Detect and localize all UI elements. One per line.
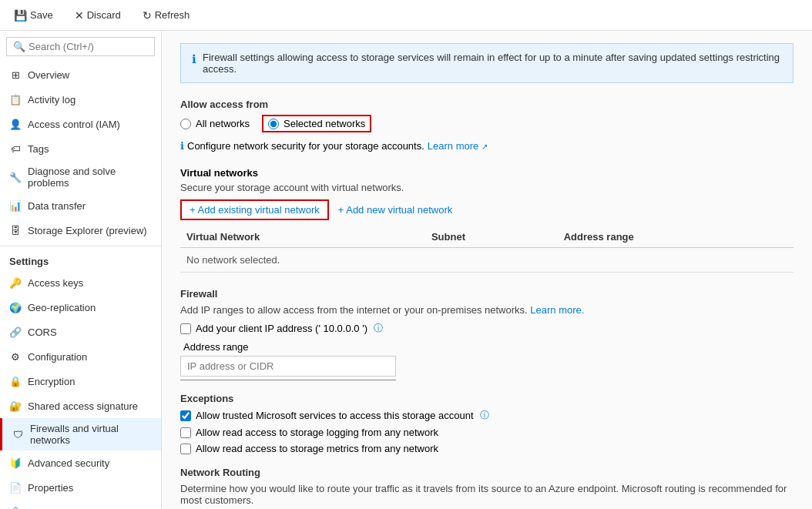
sidebar-item-label: Firewalls and virtual networks (30, 423, 152, 446)
sidebar-item-label: Geo-replication (28, 302, 96, 313)
activity-log-icon: 📋 (9, 93, 22, 105)
exception-3-checkbox[interactable] (180, 444, 191, 454)
vnet-table: Virtual Network Subnet Address range No … (180, 226, 794, 273)
client-ip-checkbox-row: Add your client IP address (' 10.0.0.0 '… (180, 322, 794, 335)
client-ip-label: Add your client IP address (' 10.0.0.0 '… (196, 323, 367, 334)
client-ip-info-icon[interactable]: ⓘ (374, 322, 383, 335)
data-transfer-icon: 📊 (9, 199, 22, 212)
firewalls-icon: 🛡 (12, 428, 24, 440)
routing-section: Network Routing Determine how you would … (180, 467, 794, 509)
sidebar-item-label: Access keys (28, 277, 83, 289)
info-icon: ℹ (192, 52, 196, 66)
firewall-learn-more-link[interactable]: Learn more. (530, 304, 584, 316)
exception-3-row: Allow read access to storage metrics fro… (180, 443, 794, 454)
sidebar-item-access-control[interactable]: 👤 Access control (IAM) (0, 112, 161, 136)
add-new-label: + Add new virtual network (338, 204, 453, 216)
discard-button[interactable]: ✕ Discard (70, 6, 126, 25)
virtual-networks-section: Virtual networks Secure your storage acc… (180, 167, 794, 273)
toolbar: 💾 Save ✕ Discard ↻ Refresh (0, 0, 812, 31)
allow-access-section: Allow access from All networks Selected … (180, 99, 794, 152)
vnet-col-virtual-network: Virtual Network (180, 226, 425, 248)
sidebar-item-locks[interactable]: 🔓 Locks (0, 500, 161, 509)
input-underline (180, 380, 396, 380)
sidebar-item-overview[interactable]: ⊞ Overview (0, 62, 161, 87)
sidebar-item-firewalls[interactable]: 🛡 Firewalls and virtual networks (0, 418, 161, 450)
sidebar-item-advanced-security[interactable]: 🔰 Advanced security (0, 450, 161, 475)
add-new-vnet-button[interactable]: + Add new virtual network (338, 204, 453, 216)
all-networks-label: All networks (196, 118, 250, 129)
sidebar-item-label: Overview (28, 69, 69, 81)
sidebar-item-activity-log[interactable]: 📋 Activity log (0, 87, 161, 112)
sidebar-item-properties[interactable]: 📄 Properties (0, 475, 161, 500)
vnet-col-address-range: Address range (558, 226, 794, 248)
search-box[interactable]: 🔍 (6, 37, 155, 56)
exception-2-checkbox[interactable] (180, 427, 191, 438)
sidebar-item-encryption[interactable]: 🔒 Encryption (0, 369, 161, 393)
banner-text: Firewall settings allowing access to sto… (203, 52, 782, 75)
info-icon-sm: ℹ (180, 140, 184, 152)
vnet-actions: + Add existing virtual network + Add new… (180, 199, 794, 220)
sidebar-item-label: Access control (IAM) (28, 119, 120, 130)
selected-networks-radio[interactable] (268, 119, 279, 129)
learn-more-link[interactable]: Learn more ↗ (428, 140, 488, 152)
exceptions-section: Exceptions Allow trusted Microsoft servi… (180, 393, 794, 454)
discard-label: Discard (87, 9, 121, 21)
exception-1-checkbox[interactable] (180, 410, 191, 421)
exception-1-label: Allow trusted Microsoft services to acce… (196, 410, 474, 421)
sidebar-item-configuration[interactable]: ⚙ Configuration (0, 344, 161, 369)
vnet-header: Virtual networks (180, 167, 794, 179)
exception-2-row: Allow read access to storage logging fro… (180, 427, 794, 438)
learn-more-label: Learn more (428, 140, 478, 152)
cors-icon: 🔗 (9, 326, 22, 338)
sidebar-item-data-transfer[interactable]: 📊 Data transfer (0, 193, 161, 218)
search-input[interactable] (29, 41, 148, 52)
sidebar-item-access-keys[interactable]: 🔑 Access keys (0, 270, 161, 295)
sidebar-item-storage-explorer[interactable]: 🗄 Storage Explorer (preview) (0, 218, 161, 243)
sidebar-item-tags[interactable]: 🏷 Tags (0, 136, 161, 161)
search-icon: 🔍 (13, 41, 25, 52)
all-networks-radio[interactable] (180, 119, 191, 129)
client-ip-checkbox[interactable] (180, 323, 191, 334)
no-network-text: No network selected. (180, 248, 794, 273)
sidebar-item-label: Advanced security (28, 457, 109, 469)
refresh-icon: ↻ (143, 9, 152, 22)
sidebar-item-cors[interactable]: 🔗 CORS (0, 320, 161, 344)
sidebar-item-label: Data transfer (28, 200, 86, 212)
address-range-input[interactable] (180, 356, 396, 377)
configure-text: Configure network security for your stor… (187, 140, 424, 152)
selected-networks-radio-label[interactable]: Selected networks (268, 118, 365, 129)
sidebar-item-label: Configuration (28, 351, 87, 363)
sidebar-item-shared-access[interactable]: 🔐 Shared access signature (0, 393, 161, 418)
diagnose-icon: 🔧 (9, 171, 22, 183)
exception-1-info-icon[interactable]: ⓘ (480, 409, 489, 422)
sidebar-item-label: Properties (28, 482, 73, 494)
exception-3-label: Allow read access to storage metrics fro… (196, 443, 438, 454)
add-existing-vnet-button[interactable]: + Add existing virtual network (180, 199, 329, 220)
advanced-security-icon: 🔰 (9, 457, 22, 469)
discard-icon: ✕ (75, 9, 84, 22)
exception-2-label: Allow read access to storage logging fro… (196, 427, 438, 438)
access-keys-icon: 🔑 (9, 276, 22, 289)
sidebar-item-label: Storage Explorer (preview) (28, 225, 147, 236)
vnet-col-subnet: Subnet (425, 226, 558, 248)
table-row: No network selected. (180, 248, 794, 273)
sidebar-item-label: Tags (28, 143, 49, 155)
sidebar-item-diagnose[interactable]: 🔧 Diagnose and solve problems (0, 161, 161, 193)
add-existing-label: + Add existing virtual network (190, 204, 320, 216)
sidebar-item-geo-replication[interactable]: 🌍 Geo-replication (0, 295, 161, 320)
sidebar-item-label: Shared access signature (28, 400, 138, 412)
main-layout: 🔍 ⊞ Overview 📋 Activity log 👤 Access con… (0, 31, 812, 509)
sidebar-item-label: CORS (28, 326, 57, 338)
refresh-label: Refresh (155, 9, 190, 21)
save-button[interactable]: 💾 Save (9, 6, 58, 25)
sidebar-item-label: Diagnose and solve problems (28, 166, 152, 189)
network-routing-desc: Determine how you would like to route yo… (180, 483, 794, 506)
storage-explorer-icon: 🗄 (9, 224, 22, 236)
firewall-section: Firewall Add IP ranges to allow access f… (180, 288, 794, 380)
refresh-button[interactable]: ↻ Refresh (138, 6, 195, 25)
content-area: ℹ Firewall settings allowing access to s… (162, 31, 812, 509)
properties-icon: 📄 (9, 481, 22, 494)
firewall-desc: Add IP ranges to allow access from the i… (180, 304, 794, 316)
exception-1-row: Allow trusted Microsoft services to acce… (180, 409, 794, 422)
all-networks-radio-label[interactable]: All networks (180, 118, 250, 129)
